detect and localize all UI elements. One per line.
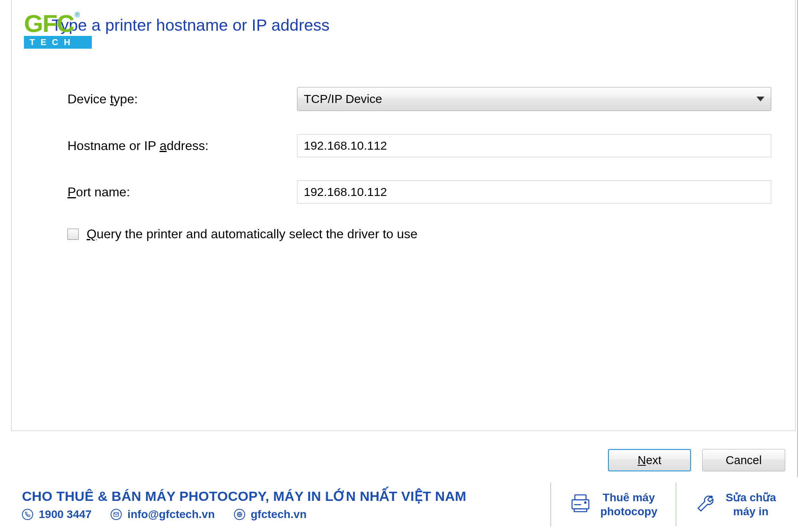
next-button[interactable]: Next [608,449,691,471]
row-port-name: Port name: [67,180,771,204]
dialog-title: Type a printer hostname or IP address [51,16,330,35]
cancel-button[interactable]: Cancel [702,449,785,471]
footer-separator [676,483,676,526]
svg-point-7 [710,495,713,498]
row-auto-query: Query the printer and automatically sele… [67,227,771,241]
label-port-name: Port name: [67,185,297,200]
row-hostname: Hostname or IP address: [67,134,771,157]
footer-email: info@gfctech.vn [111,508,215,521]
svg-point-5 [584,502,586,503]
wrench-icon [695,492,717,517]
port-name-input[interactable] [297,180,771,204]
auto-query-label: Query the printer and automatically sele… [87,227,418,241]
hostname-input[interactable] [297,134,771,157]
auto-query-checkbox[interactable] [67,229,79,240]
label-hostname: Hostname or IP address: [67,138,297,153]
footer-separator [550,483,551,526]
globe-icon [234,509,245,520]
svg-rect-4 [574,509,587,512]
dialog-body: Type a printer hostname or IP address De… [11,0,796,431]
device-type-select[interactable]: TCP/IP Device [297,87,771,111]
label-device-type: Device type: [67,92,297,107]
dialog-button-bar: Next Cancel [608,449,785,471]
footer-phone: 1900 3447 [22,508,91,521]
footer-title: CHO THUÊ & BÁN MÁY PHOTOCOPY, MÁY IN LỚN… [22,488,532,504]
mail-icon [111,509,122,520]
svg-rect-3 [575,495,586,500]
footer-left: CHO THUÊ & BÁN MÁY PHOTOCOPY, MÁY IN LỚN… [22,488,532,521]
service-repair-printer[interactable]: Sửa chữa máy in [695,490,776,518]
row-device-type: Device type: TCP/IP Device [67,87,771,111]
page-footer: CHO THUÊ & BÁN MÁY PHOTOCOPY, MÁY IN LỚN… [0,477,798,532]
photocopier-icon [569,492,592,517]
gfc-tech-logo: GFC® TECH [24,11,92,49]
printer-form: Device type: TCP/IP Device Hostname or I… [67,87,771,241]
service-rent-photocopy[interactable]: Thuê máy photocopy [569,490,657,518]
add-printer-dialog: Type a printer hostname or IP address De… [0,0,798,477]
chevron-down-icon [756,97,764,101]
phone-icon [22,509,33,520]
device-type-value: TCP/IP Device [304,92,752,106]
footer-web: gfctech.vn [234,508,307,521]
footer-contacts: 1900 3447 info@gfctech.vn gfctech.vn [22,508,532,521]
